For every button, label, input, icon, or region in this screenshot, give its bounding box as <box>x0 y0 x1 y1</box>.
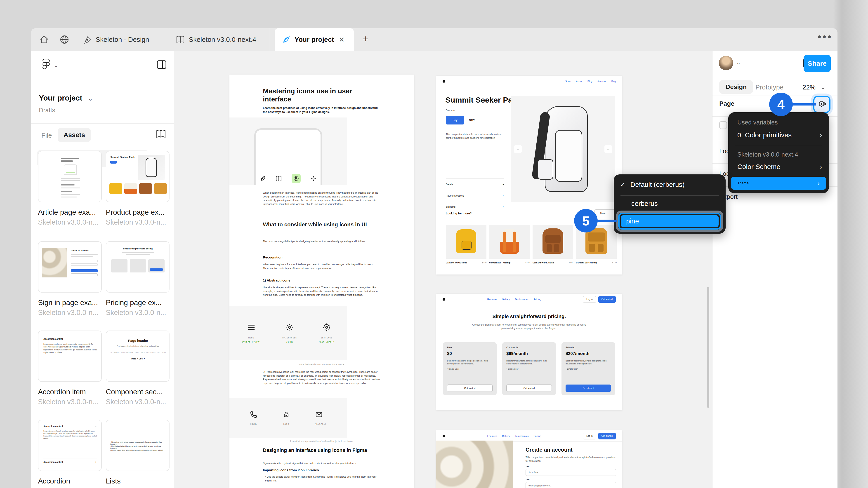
frame-article-page[interactable]: Mastering icons use in user interface Le… <box>229 74 414 488</box>
product-description: This compact and durable backpack embodi… <box>446 133 502 140</box>
buy-button[interactable]: Buy <box>446 116 464 125</box>
site-logo <box>442 298 445 301</box>
get-started-button[interactable]: Get started <box>598 433 616 440</box>
pricing-title: Simple straightforward pricing. <box>436 314 622 320</box>
nav-link[interactable]: Testimonials <box>515 298 529 301</box>
accordion-payment[interactable]: Payment options+ <box>446 190 504 201</box>
tab-skeleton-design[interactable]: Skeleton - Design <box>76 28 168 51</box>
frame-signup-page[interactable]: Features Gallery Testimonials Pricing Lo… <box>436 430 622 488</box>
article-paragraph: When selecting icons for your interface,… <box>263 263 380 270</box>
related-product-card[interactable]: Carhartt WIP Kickflip$230 <box>532 225 573 264</box>
article-h3-importing: Importing icons from icon libraries <box>263 468 380 472</box>
collapse-panel-icon[interactable] <box>156 60 167 69</box>
asset-card-lists[interactable]: • Id maxime optio soluta placeat ea eaqu… <box>106 420 169 488</box>
related-price: $230 <box>482 261 487 264</box>
related-price: $230 <box>612 261 617 264</box>
plan-desc: Best for freelancers, single designers, … <box>565 359 611 365</box>
menu-item-default-cerberus[interactable]: ✓ Default (cerberus) <box>620 181 685 188</box>
asset-card-article[interactable]: Article page exa... Skeleton v3.0.0-n... <box>38 151 102 226</box>
chevron-down-icon[interactable]: ⌄ <box>736 59 741 66</box>
nav-link[interactable]: Blog <box>587 80 592 83</box>
plan-get-started-button[interactable]: Get started <box>447 385 493 392</box>
canvas-scrollbar[interactable] <box>707 287 709 408</box>
tab-file[interactable]: File <box>41 132 52 139</box>
tab-your-project[interactable]: Your project ✕ <box>275 28 354 51</box>
frame-product-page[interactable]: Shop About Blog Account Bag Summit Seeke… <box>436 76 622 274</box>
asset-card-component-section[interactable]: Page header Provides a robust set of non… <box>106 330 169 406</box>
carousel-next-button[interactable]: → <box>604 145 612 153</box>
menu-item-color-primitives[interactable]: 0. Color primitives› <box>737 131 822 139</box>
nav-link[interactable]: Testimonials <box>515 435 529 437</box>
nav-link[interactable]: Account <box>597 80 607 83</box>
frame-pricing-page[interactable]: Features Gallery Testimonials Pricing Lo… <box>436 294 622 410</box>
nav-link[interactable]: Gallery <box>502 298 510 301</box>
tab-prototype[interactable]: Prototype <box>755 84 783 91</box>
project-title[interactable]: Your project <box>39 94 82 102</box>
figma-logo-icon[interactable] <box>42 59 50 70</box>
asset-card-signin[interactable]: Create an account Sign in page exa... Sk… <box>38 241 102 317</box>
plan-feature: • Single user <box>506 367 552 370</box>
menu-item-theme[interactable]: Theme› <box>731 177 826 190</box>
more-button[interactable]: More→ <box>594 209 615 217</box>
chevron-down-icon[interactable]: ⌄ <box>88 95 93 102</box>
menu-item-cerberus[interactable]: cerberus <box>631 200 658 207</box>
login-button[interactable]: Log in <box>583 296 596 303</box>
plan-tier: Extended <box>565 346 611 349</box>
abstract-icons-figure: MENU (THREE LINES) BRIGHTNESS (SUN) <box>229 306 347 360</box>
plan-get-started-button[interactable]: Get started <box>565 385 611 392</box>
accordion-details[interactable]: Details+ <box>446 178 504 190</box>
new-tab-button[interactable]: + <box>363 33 369 44</box>
plan-tier: Commercial <box>506 346 552 349</box>
plan-get-started-button[interactable]: Get started <box>506 385 552 392</box>
share-button[interactable]: Share <box>804 55 831 72</box>
menu-item-color-scheme[interactable]: Color Scheme› <box>737 162 822 171</box>
avatar[interactable] <box>719 56 733 70</box>
hamburger-menu-icon <box>242 323 260 332</box>
overflow-menu-icon[interactable]: ••• <box>817 31 833 43</box>
related-product-card[interactable]: Carhartt WIP Kickflip$230 <box>446 225 487 264</box>
project-location: Drafts <box>39 107 55 114</box>
asset-card-product[interactable]: Summit Seeker Pack Product page ex... Sk… <box>106 151 169 226</box>
nav-link[interactable]: Pricing <box>533 435 541 437</box>
get-started-button[interactable]: Get started <box>598 296 616 303</box>
accordion-shipping[interactable]: Shipping+ <box>446 201 504 213</box>
chevron-down-icon[interactable]: ⌄ <box>54 62 59 69</box>
nav-link[interactable]: Bag <box>611 80 616 83</box>
nav-link[interactable]: About <box>576 80 583 83</box>
asset-card-accordion-item[interactable]: Accordion control – Lorem ipsum dolor, s… <box>38 330 102 406</box>
name-field[interactable] <box>526 469 616 476</box>
asset-title: Accordion <box>38 477 102 485</box>
asset-card-pricing[interactable]: Simple straightforward pricing. Pricing … <box>106 241 169 317</box>
nav-link[interactable]: Features <box>487 435 497 437</box>
page-color-swatch[interactable] <box>719 121 727 129</box>
nav-link[interactable]: Pricing <box>533 298 541 301</box>
tab-assets[interactable]: Assets <box>58 128 91 142</box>
email-field[interactable] <box>526 482 616 488</box>
plan-price: $207/month <box>565 351 611 356</box>
variables-menu: Used variables 0. Color primitives› Skel… <box>728 112 829 193</box>
step-badge-4: 4 <box>769 93 793 116</box>
nav-link[interactable]: Shop <box>565 80 571 83</box>
library-book-icon[interactable] <box>156 129 166 139</box>
chevron-right-icon: › <box>819 131 822 139</box>
site-logo <box>442 435 445 437</box>
tab-skeleton-library[interactable]: Skeleton v3.0.0-next.4 <box>168 28 270 51</box>
home-icon[interactable] <box>37 33 51 46</box>
related-product-card[interactable]: Carhartt WIP Kickflip$230 <box>489 225 530 264</box>
asset-thumbnail <box>38 151 102 202</box>
plan-desc: Best for freelancers, single designers, … <box>447 359 493 365</box>
close-tab-icon[interactable]: ✕ <box>338 36 345 43</box>
zoom-level[interactable]: 22% <box>802 84 815 91</box>
globe-icon[interactable] <box>58 33 71 46</box>
asset-card-accordion[interactable]: Accordion control – Lorem ipsum dolor, s… <box>38 420 102 488</box>
nav-link[interactable]: Features <box>487 298 497 301</box>
carousel-prev-button[interactable]: ← <box>514 145 522 153</box>
chevron-down-icon[interactable]: ⌄ <box>820 84 826 91</box>
menu-item-pine[interactable]: pine <box>621 215 719 227</box>
pen-nib-icon <box>84 35 92 43</box>
tab-design[interactable]: Design <box>719 80 753 94</box>
open-book-icon <box>176 35 185 44</box>
design-canvas[interactable]: Mastering icons use in user interface Le… <box>174 51 712 488</box>
login-button[interactable]: Log in <box>583 433 596 440</box>
nav-link[interactable]: Gallery <box>502 435 510 437</box>
